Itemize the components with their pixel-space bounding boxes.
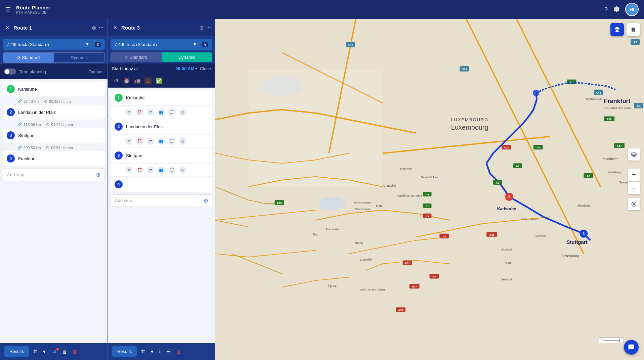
svg-text:Saint-Dié-des-Vosges: Saint-Dié-des-Vosges (359, 288, 385, 291)
route3-seg3-icon-6[interactable]: ◎ (179, 166, 186, 174)
route3-seg1-icon-5[interactable]: 💬 (168, 108, 176, 116)
route3-toolbar-refresh-icon[interactable]: ↺ (112, 77, 120, 85)
route3-stop-4-header: 4 (111, 177, 212, 192)
route3-header: ✕ Route 3 ◎ ⋯ (108, 19, 215, 36)
route3-add-stop-input[interactable]: Add stop ⊕ (111, 194, 212, 207)
route3-seg3-icon-5[interactable]: 💬 (168, 166, 176, 174)
route3-seg2-icon-4[interactable]: 👥 (158, 137, 165, 145)
route1-target-icon[interactable]: ◎ (92, 25, 96, 30)
route1-options-link[interactable]: Options (88, 69, 103, 74)
route1-add-stop-input[interactable]: Add stop ⊕ (3, 169, 105, 181)
route1-footer: Results ⇈ ▾ ↺ 🗑 🗑 (0, 343, 108, 360)
route3-seg3-icon-1[interactable]: ↺ (125, 166, 133, 174)
route3-seg1-icon-3[interactable]: ⇄ (147, 108, 154, 116)
route3-time-value[interactable]: 08:00 AM (175, 66, 195, 71)
route3-close-btn[interactable]: ✕ (112, 24, 119, 31)
chat-btn[interactable] (624, 340, 639, 355)
route3-seg1-icon-2[interactable]: ⏰ (136, 108, 143, 116)
map-layers-btn[interactable] (628, 148, 640, 161)
route3-seg1-icon-6[interactable]: ◎ (179, 108, 186, 116)
route3-seg2-icon-6[interactable]: ◎ (179, 137, 186, 145)
route3-target-icon[interactable]: ◎ (200, 25, 204, 30)
route3-segment-icons-3: ↺ ⏰ ⇄ 👥 💬 ◎ (111, 164, 212, 176)
help-icon[interactable]: ? (604, 6, 608, 13)
svg-text:Nancy: Nancy (355, 241, 363, 244)
route1-dropdown-icon[interactable]: ▾ (42, 347, 47, 356)
route3-more-icon[interactable]: ⋯ (206, 25, 211, 30)
route1-stop-3-number: 3 (7, 131, 15, 139)
svg-text:Speyer: Speyer (619, 181, 629, 184)
route1-panel: ✕ Route 1 ◎ ⋯ 7.49t truck (Standard) ▼ €… (0, 19, 108, 360)
route3-seg3-icon-4[interactable]: 👥 (158, 166, 165, 174)
route1-time-toggle[interactable] (4, 69, 16, 75)
svg-text:Frankfurt: Frankfurt (604, 98, 631, 104)
route3-seg1-icon-4[interactable]: 👥 (158, 108, 165, 116)
map-svg: 5 3 A61 A5 A45 A3 B49 (215, 19, 644, 360)
route3-toolbar-more-icon[interactable]: ⋯ (203, 77, 211, 85)
route1-share-icon[interactable]: ⇈ (32, 347, 39, 356)
route3-results-btn[interactable]: Results (112, 346, 137, 357)
route3-tab-standard[interactable]: ⟳ Standard (111, 52, 162, 62)
route3-list-icon[interactable]: ☰ (165, 347, 172, 356)
route3-toolbar-clock-icon[interactable]: ⏰ (123, 77, 131, 85)
route3-close-time-btn[interactable]: Close (200, 66, 211, 71)
route1-close-btn[interactable]: ✕ (4, 24, 11, 31)
route1-tab-dynamic[interactable]: Dynamic (54, 53, 104, 62)
route3-vehicle-selector[interactable]: 7.49t truck (Standard) ▼ € (111, 39, 212, 50)
route3-seg1-icon-1[interactable]: ↺ (125, 108, 133, 116)
menu-icon[interactable]: ☰ (5, 6, 11, 13)
route3-tab-dynamic[interactable]: Dynamic (162, 52, 213, 62)
map-trash-btn[interactable] (627, 23, 640, 36)
svg-text:Épinal: Épinal (328, 284, 337, 288)
route1-vehicle-selector[interactable]: 7.49t truck (Standard) ▼ € (3, 39, 105, 50)
app-title-sub: PTV MAP&GUIDE (16, 10, 50, 14)
svg-text:Creutzwald: Creutzwald (355, 208, 370, 211)
route3-stop-3-header: 3 Stuttgart (111, 148, 212, 163)
route3-share-icon[interactable]: ⇈ (140, 347, 147, 356)
route1-seg2-link-icon: 🔗 (17, 122, 22, 127)
map-zoom-out-btn[interactable]: − (628, 182, 640, 194)
route1-vehicle-text: 7.49t truck (Standard) (7, 42, 83, 47)
map-zoom-in-btn[interactable]: + (628, 169, 640, 181)
route3-toolbar-check-icon[interactable]: ✅ (155, 77, 163, 85)
route3-seg2-icon-2[interactable]: ⏰ (136, 137, 143, 145)
svg-text:Thionville: Thionville (400, 167, 413, 171)
route1-delete-icon[interactable]: 🗑 (61, 347, 69, 356)
route3-seg2-icon-5[interactable]: 💬 (168, 137, 176, 145)
route1-trash-icon[interactable]: 🗑 (71, 347, 79, 356)
route3-trash-icon[interactable]: 🗑 (175, 347, 182, 356)
route3-tabs: ⟳ Standard Dynamic (111, 52, 212, 62)
route3-stop-3: 3 Stuttgart (111, 148, 212, 163)
route3-seg2-icon-1[interactable]: ↺ (125, 137, 133, 145)
route1-seg2-time: ⏱ 01:42 hh:mm (46, 122, 73, 127)
user-avatar[interactable]: HI (625, 3, 639, 16)
route1-more-icon[interactable]: ⋯ (99, 25, 103, 30)
svg-text:A8: A8 (516, 165, 520, 168)
route1-results-btn[interactable]: Results (4, 346, 29, 357)
svg-text:Maizières-lès-Metz: Maizières-lès-Metz (397, 194, 422, 197)
route1-stop-list: 1 Karlsruhe 🔗 37.43 km ⏱ 00:42 hh:mm 2 L… (0, 79, 108, 343)
map-right-controls (628, 148, 640, 161)
route1-standard-icon: ⟳ (17, 55, 22, 60)
route3-seg3-icon-3[interactable]: ⇄ (147, 166, 154, 174)
svg-point-2 (319, 197, 346, 210)
route3-toolbar-truck-icon[interactable]: 🚛 (133, 77, 141, 85)
map-layers-icon-btn[interactable] (610, 23, 624, 36)
svg-text:N57: N57 (412, 285, 417, 288)
route3-vehicle-text: 7.49t truck (Standard) (115, 42, 190, 47)
route3-seg3-icon-2[interactable]: ⏰ (136, 166, 143, 174)
route3-time-dropdown-icon[interactable]: ▾ (195, 66, 197, 71)
settings-icon[interactable] (613, 5, 620, 14)
svg-text:A6: A6 (587, 175, 590, 178)
navbar-right: ? HI (604, 3, 639, 16)
route3-seg2-icon-3[interactable]: ⇄ (147, 137, 154, 145)
route3-info-icon[interactable]: ℹ (158, 347, 162, 356)
route3-toolbar-warning-icon[interactable]: ⚠ (144, 77, 152, 85)
route3-title: Route 3 (121, 25, 200, 31)
route3-dropdown-icon[interactable]: ▾ (149, 347, 155, 356)
route3-stop-list: 1 Karlsruhe ↺ ⏰ ⇄ 👥 💬 ◎ 2 Landau in der … (108, 88, 215, 343)
route1-tab-standard[interactable]: ⟳ Standard (3, 53, 54, 62)
svg-text:A6: A6 (496, 181, 500, 184)
route1-stop-2-number: 2 (7, 108, 15, 116)
map-locate-btn[interactable] (628, 198, 640, 210)
